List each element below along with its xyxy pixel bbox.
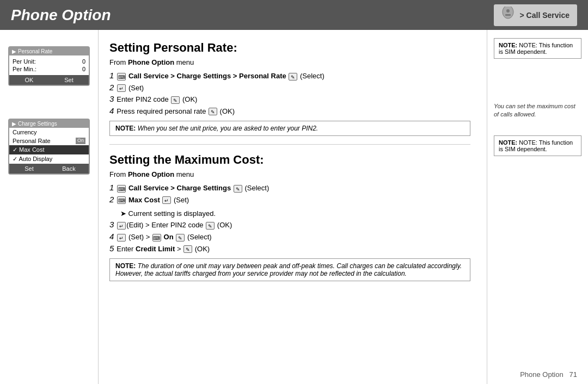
- section-max-cost: Setting the Maximum Cost: From Phone Opt…: [109, 153, 470, 281]
- step-icon: ⌨: [117, 73, 126, 80]
- screen1-icon: ▶: [12, 48, 16, 54]
- step1-3: 3 Enter PIN2 code ✎ (OK): [109, 94, 470, 104]
- screen1-footer: OK Set: [9, 75, 89, 85]
- set-key: ↵: [117, 84, 126, 92]
- svg-rect-2: [505, 14, 511, 16]
- screen1-row1: Per Unit: 0: [13, 58, 85, 65]
- ok-key2: ✎: [209, 108, 217, 115]
- menu-personal-rate: Personal Rate On: [9, 137, 89, 145]
- screen2-footer: Set Back: [9, 164, 89, 174]
- section-personal-rate: Setting Personal Rate: From Phone Option…: [109, 41, 470, 136]
- menu-auto-display: Auto Display: [9, 154, 89, 164]
- menu-max-cost: Max Cost: [9, 145, 89, 154]
- menu-currency: Currency: [9, 128, 89, 137]
- main-container: ▶ Personal Rate Per Unit: 0 Per Min.: 0 …: [0, 30, 588, 384]
- section2-steps: 1 ⌨ Call Service > Charge Settings ✎ (Se…: [109, 183, 470, 204]
- right-note1: NOTE: NOTE: This function is SIM depende…: [494, 38, 581, 59]
- sidebar: ▶ Personal Rate Per Unit: 0 Per Min.: 0 …: [0, 30, 98, 384]
- section1-note: NOTE: When you set the unit price, you a…: [109, 121, 470, 136]
- section1-from: From Phone Option menu: [109, 58, 470, 66]
- indent-display: ➤ Current setting is displayed.: [109, 209, 470, 218]
- select-key: ✎: [289, 73, 297, 80]
- section2-note: NOTE: The duration of one unit may vary …: [109, 258, 470, 281]
- phone-icon: [499, 7, 517, 24]
- section2-steps-cont: 3 ↵(Edit) > Enter PIN2 code ✎ (OK) 4 ↵ (…: [109, 220, 470, 253]
- set-key3: ↵: [117, 234, 126, 241]
- phone-screen-charge-settings: ▶ Charge Settings Currency Personal Rate…: [8, 119, 90, 175]
- svg-point-1: [506, 9, 510, 13]
- screen1-row2: Per Min.: 0: [13, 65, 85, 73]
- step2-2: 2 ⌨ Max Cost ↵ (Set): [109, 195, 470, 205]
- step2-3: 3 ↵(Edit) > Enter PIN2 code ✎ (OK): [109, 220, 470, 230]
- step2-5: 5 Enter Credit Limit > ✎ (OK): [109, 244, 470, 253]
- screen2-header: ▶ Charge Settings: [9, 120, 89, 128]
- step2-icon2: ⌨: [117, 196, 126, 204]
- step1-1: 1 ⌨ Call Service > Charge Settings > Per…: [109, 71, 470, 80]
- screen1-body: Per Unit: 0 Per Min.: 0: [9, 55, 89, 75]
- ok-key3: ✎: [206, 222, 215, 230]
- screen2-icon: ▶: [12, 121, 16, 127]
- phone-screen-personal-rate: ▶ Personal Rate Per Unit: 0 Per Min.: 0 …: [8, 46, 90, 86]
- section-divider: [109, 144, 470, 145]
- section1-title: Setting Personal Rate:: [109, 41, 470, 55]
- screen1-header: ▶ Personal Rate: [9, 47, 89, 55]
- right-side-text: You can set the maximum cost of calls al…: [494, 102, 581, 119]
- ok-key: ✎: [171, 96, 180, 104]
- right-sidebar: NOTE: NOTE: This function is SIM depende…: [487, 30, 588, 384]
- select-key3: ✎: [176, 234, 185, 241]
- step1-4: 4 Press required personal rate ✎ (OK): [109, 106, 470, 116]
- page-title: Phone Option: [11, 7, 111, 24]
- set-key2: ↵: [162, 196, 171, 204]
- right-note2: NOTE: NOTE: This function is SIM depende…: [494, 135, 581, 156]
- edit-key: ↵: [117, 222, 126, 230]
- header: Phone Option > Call Service: [0, 0, 588, 30]
- call-service-badge: > Call Service: [494, 4, 577, 26]
- footer: Phone Option 71: [520, 370, 577, 379]
- section1-steps: 1 ⌨ Call Service > Charge Settings > Per…: [109, 71, 470, 115]
- header-right: > Call Service: [494, 4, 577, 26]
- step2-4: 4 ↵ (Set) > ⌨ On ✎ (Select): [109, 232, 470, 241]
- call-service-label: > Call Service: [520, 11, 569, 20]
- step2-1: 1 ⌨ Call Service > Charge Settings ✎ (Se…: [109, 183, 470, 193]
- section2-title: Setting the Maximum Cost:: [109, 153, 470, 167]
- section2-from: From Phone Option menu: [109, 170, 470, 178]
- select-key2: ✎: [234, 185, 242, 193]
- main-content: Setting Personal Rate: From Phone Option…: [98, 30, 487, 384]
- step2-icon: ⌨: [117, 185, 126, 193]
- on-key: ⌨: [152, 234, 161, 241]
- step1-2: 2 ↵ (Set): [109, 83, 470, 92]
- ok-key4: ✎: [183, 245, 192, 253]
